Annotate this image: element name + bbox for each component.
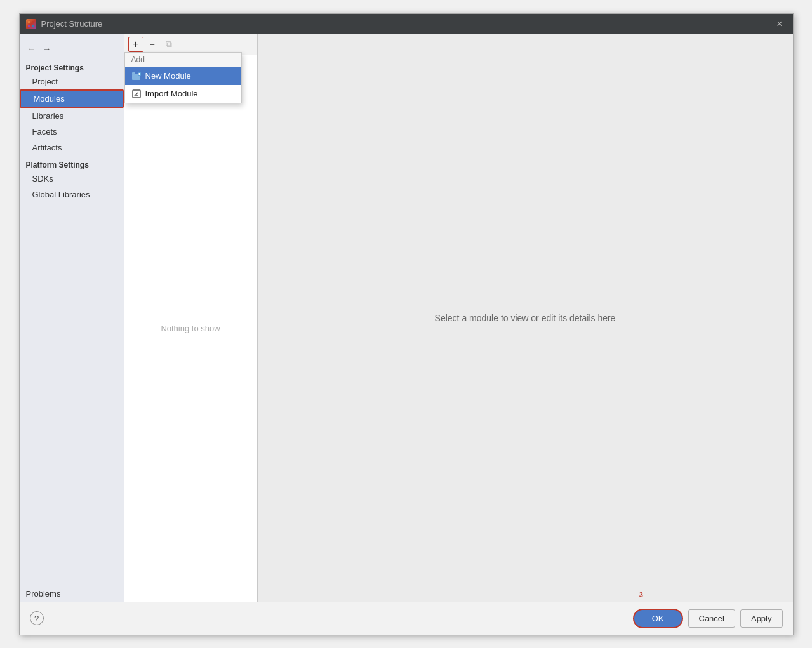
modules-toolbar: 1 + − ⧉ Add: [124, 34, 257, 55]
dialog-footer: ? 3 OK Cancel Apply: [20, 602, 793, 635]
sidebar-item-label: Project: [32, 77, 58, 86]
modules-list-panel: 1 + − ⧉ Add: [124, 34, 258, 602]
detail-placeholder: Select a module to view or edit its deta…: [435, 313, 616, 323]
sidebar-item-sdks[interactable]: SDKs: [20, 171, 124, 187]
svg-rect-0: [28, 21, 30, 23]
svg-rect-1: [32, 21, 34, 23]
platform-settings-label: Platform Settings: [20, 155, 124, 171]
footer-left: ?: [30, 611, 44, 625]
copy-module-button[interactable]: ⧉: [161, 37, 176, 52]
empty-text: Nothing to show: [161, 324, 220, 333]
dialog-body: ← → Project Settings Project Modules Lib…: [20, 34, 793, 602]
step-3-badge: 3: [639, 591, 643, 598]
import-module-icon: [131, 89, 142, 99]
minus-icon: −: [149, 39, 154, 50]
new-module-icon: [131, 71, 142, 81]
import-module-item[interactable]: Import Module: [125, 85, 241, 103]
ok-button[interactable]: OK: [633, 609, 683, 628]
project-structure-dialog: Project Structure × ← → Project Settings…: [19, 13, 794, 635]
copy-icon: ⧉: [166, 39, 172, 50]
sidebar-item-facets[interactable]: Facets: [20, 124, 124, 140]
sidebar-item-label: Libraries: [32, 111, 64, 121]
title-bar-left: Project Structure: [26, 19, 103, 29]
apply-button[interactable]: Apply: [740, 609, 783, 628]
sidebar-item-label: Problems: [26, 589, 61, 598]
app-icon: [26, 19, 36, 29]
modules-panel: 1 + − ⧉ Add: [124, 34, 793, 602]
sidebar-item-label: Global Libraries: [32, 190, 90, 199]
nav-back-button[interactable]: ←: [25, 42, 39, 56]
sidebar-item-global-libraries[interactable]: Global Libraries: [20, 187, 124, 202]
sidebar-item-project[interactable]: Project: [20, 74, 124, 89]
sidebar-item-label: Artifacts: [32, 143, 62, 152]
new-module-label: New Module: [145, 71, 191, 81]
sidebar-item-artifacts[interactable]: Artifacts: [20, 140, 124, 155]
import-module-label: Import Module: [145, 89, 198, 98]
dialog-title: Project Structure: [41, 19, 103, 29]
cancel-button[interactable]: Cancel: [688, 609, 735, 628]
dropdown-header: Add: [125, 53, 241, 67]
new-module-item[interactable]: 2 New M: [125, 67, 241, 85]
sidebar-item-problems[interactable]: Problems: [20, 585, 124, 602]
sidebar-item-label: SDKs: [32, 174, 53, 183]
modules-list-empty: Nothing to show: [124, 55, 257, 602]
help-button[interactable]: ?: [30, 611, 44, 625]
add-module-button[interactable]: +: [128, 37, 143, 52]
sidebar-item-libraries[interactable]: Libraries: [20, 108, 124, 124]
sidebar-item-label: Modules: [34, 94, 65, 103]
forward-icon: →: [43, 44, 51, 54]
remove-module-button[interactable]: −: [145, 37, 160, 52]
svg-rect-2: [28, 25, 30, 27]
content-area: 1 + − ⧉ Add: [124, 34, 793, 602]
svg-rect-5: [132, 72, 135, 75]
svg-rect-3: [32, 25, 34, 27]
project-settings-label: Project Settings: [20, 61, 124, 74]
title-bar: Project Structure ×: [20, 14, 793, 34]
sidebar-item-label: Facets: [32, 127, 57, 136]
back-icon: ←: [27, 44, 36, 54]
help-icon: ?: [34, 614, 39, 623]
add-dropdown-menu: Add 2: [124, 52, 242, 103]
sidebar-nav-buttons: ← →: [20, 39, 124, 61]
close-button[interactable]: ×: [773, 17, 786, 31]
nav-forward-button[interactable]: →: [40, 42, 54, 56]
module-detail-panel: Select a module to view or edit its deta…: [258, 34, 793, 602]
sidebar-item-modules[interactable]: Modules: [20, 89, 124, 108]
footer-right: 3 OK Cancel Apply: [633, 609, 783, 628]
plus-icon: +: [133, 39, 138, 50]
sidebar: ← → Project Settings Project Modules Lib…: [20, 34, 124, 602]
